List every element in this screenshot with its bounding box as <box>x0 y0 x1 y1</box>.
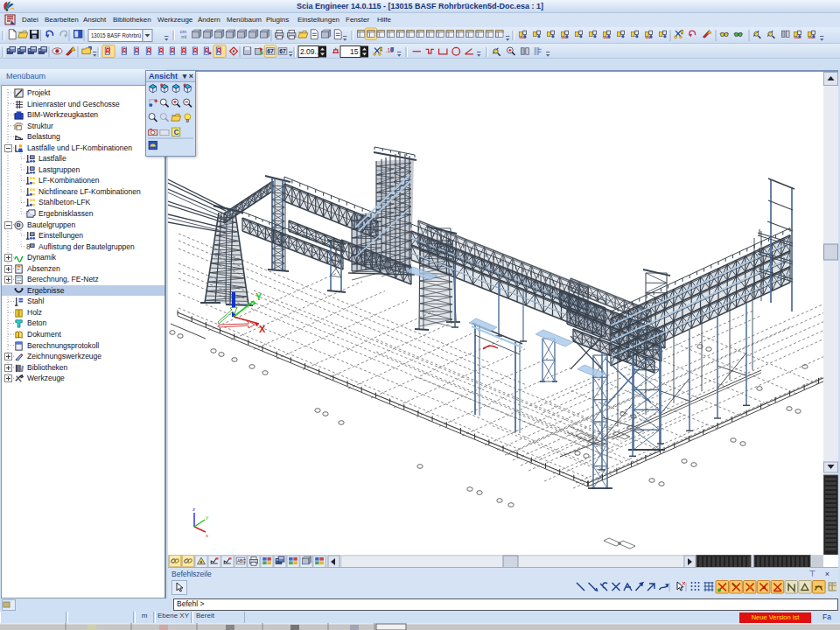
svg-text:C: C <box>173 128 178 136</box>
svg-text:13015 BASF Rohrbrü: 13015 BASF Rohrbrü <box>91 32 141 39</box>
svg-text:15: 15 <box>350 47 359 56</box>
svg-text:ABC: ABC <box>237 559 246 564</box>
svg-text:X: X <box>259 324 266 334</box>
svg-text:mI: mI <box>181 34 187 39</box>
svg-text:z: z <box>192 507 195 512</box>
svg-text:67: 67 <box>267 48 274 54</box>
svg-text:y: y <box>206 514 208 520</box>
svg-text:Y: Y <box>256 291 262 302</box>
svg-text:2.09...: 2.09... <box>300 47 321 56</box>
svg-text:x: x <box>206 533 208 538</box>
svg-text:67: 67 <box>279 48 286 54</box>
